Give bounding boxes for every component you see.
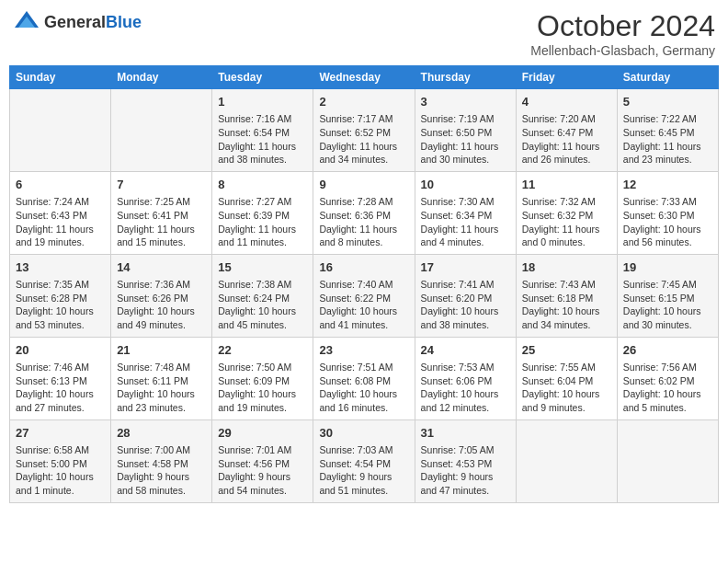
- calendar-cell: 4Sunrise: 7:20 AM Sunset: 6:47 PM Daylig…: [516, 89, 617, 172]
- day-number: 25: [522, 342, 611, 359]
- day-info: Sunrise: 7:01 AM Sunset: 4:56 PM Dayligh…: [218, 443, 307, 498]
- day-number: 27: [16, 425, 105, 442]
- logo-blue: Blue: [106, 14, 142, 32]
- calendar-cell: 16Sunrise: 7:40 AM Sunset: 6:22 PM Dayli…: [313, 254, 415, 337]
- day-info: Sunrise: 7:19 AM Sunset: 6:50 PM Dayligh…: [421, 112, 510, 167]
- calendar-cell: 27Sunrise: 6:58 AM Sunset: 5:00 PM Dayli…: [10, 419, 111, 502]
- logo-text: General Blue: [44, 14, 142, 32]
- calendar-cell: 31Sunrise: 7:05 AM Sunset: 4:53 PM Dayli…: [415, 419, 516, 502]
- day-info: Sunrise: 7:43 AM Sunset: 6:18 PM Dayligh…: [522, 278, 611, 332]
- day-number: 15: [218, 259, 307, 276]
- day-info: Sunrise: 7:46 AM Sunset: 6:13 PM Dayligh…: [16, 361, 105, 415]
- calendar-cell: 18Sunrise: 7:43 AM Sunset: 6:18 PM Dayli…: [516, 254, 617, 337]
- day-info: Sunrise: 7:48 AM Sunset: 6:11 PM Dayligh…: [117, 361, 206, 415]
- day-info: Sunrise: 7:20 AM Sunset: 6:47 PM Dayligh…: [522, 112, 611, 167]
- calendar-cell: 12Sunrise: 7:33 AM Sunset: 6:30 PM Dayli…: [617, 171, 718, 254]
- calendar-cell: 30Sunrise: 7:03 AM Sunset: 4:54 PM Dayli…: [313, 419, 415, 502]
- day-number: 12: [623, 177, 712, 193]
- dow-sunday: Sunday: [10, 66, 111, 89]
- day-number: 17: [421, 259, 510, 276]
- day-info: Sunrise: 7:45 AM Sunset: 6:15 PM Dayligh…: [623, 278, 712, 332]
- dow-friday: Friday: [516, 66, 617, 89]
- dow-tuesday: Tuesday: [212, 66, 313, 89]
- day-number: 9: [319, 177, 408, 193]
- location-subtitle: Mellenbach-Glasbach, Germany: [530, 43, 715, 58]
- day-info: Sunrise: 7:00 AM Sunset: 4:58 PM Dayligh…: [117, 443, 206, 498]
- day-info: Sunrise: 7:03 AM Sunset: 4:54 PM Dayligh…: [319, 443, 408, 498]
- day-of-week-header: SundayMondayTuesdayWednesdayThursdayFrid…: [10, 66, 719, 89]
- calendar-cell: 2Sunrise: 7:17 AM Sunset: 6:52 PM Daylig…: [313, 89, 415, 172]
- calendar-cell: [111, 89, 212, 172]
- day-number: 13: [16, 259, 105, 276]
- calendar-cell: 24Sunrise: 7:53 AM Sunset: 6:06 PM Dayli…: [415, 337, 516, 419]
- day-info: Sunrise: 7:38 AM Sunset: 6:24 PM Dayligh…: [218, 278, 307, 332]
- calendar-body: 1Sunrise: 7:16 AM Sunset: 6:54 PM Daylig…: [10, 89, 719, 503]
- calendar-cell: 8Sunrise: 7:27 AM Sunset: 6:39 PM Daylig…: [212, 171, 313, 254]
- calendar-cell: 7Sunrise: 7:25 AM Sunset: 6:41 PM Daylig…: [111, 171, 212, 254]
- day-number: 29: [218, 425, 307, 442]
- day-number: 2: [319, 94, 408, 110]
- day-info: Sunrise: 7:27 AM Sunset: 6:39 PM Dayligh…: [218, 195, 307, 249]
- logo-general: General: [44, 14, 106, 32]
- day-info: Sunrise: 7:32 AM Sunset: 6:32 PM Dayligh…: [522, 195, 611, 249]
- day-info: Sunrise: 6:58 AM Sunset: 5:00 PM Dayligh…: [16, 443, 105, 498]
- day-number: 21: [117, 342, 206, 359]
- day-info: Sunrise: 7:16 AM Sunset: 6:54 PM Dayligh…: [218, 112, 307, 167]
- day-info: Sunrise: 7:35 AM Sunset: 6:28 PM Dayligh…: [16, 278, 105, 332]
- calendar-cell: 21Sunrise: 7:48 AM Sunset: 6:11 PM Dayli…: [111, 337, 212, 419]
- day-number: 16: [319, 259, 408, 276]
- calendar-cell: [10, 89, 111, 172]
- day-number: 3: [421, 94, 510, 110]
- day-number: 14: [117, 259, 206, 276]
- calendar-cell: 9Sunrise: 7:28 AM Sunset: 6:36 PM Daylig…: [313, 171, 415, 254]
- day-info: Sunrise: 7:33 AM Sunset: 6:30 PM Dayligh…: [623, 195, 712, 249]
- dow-thursday: Thursday: [415, 66, 516, 89]
- day-number: 10: [421, 177, 510, 193]
- dow-wednesday: Wednesday: [313, 66, 415, 89]
- day-info: Sunrise: 7:41 AM Sunset: 6:20 PM Dayligh…: [421, 278, 510, 332]
- day-number: 28: [117, 425, 206, 442]
- calendar-cell: 26Sunrise: 7:56 AM Sunset: 6:02 PM Dayli…: [617, 337, 718, 419]
- logo: General Blue: [13, 9, 142, 37]
- day-info: Sunrise: 7:51 AM Sunset: 6:08 PM Dayligh…: [319, 361, 408, 415]
- day-number: 11: [522, 177, 611, 193]
- calendar-cell: 5Sunrise: 7:22 AM Sunset: 6:45 PM Daylig…: [617, 89, 718, 172]
- calendar-cell: 22Sunrise: 7:50 AM Sunset: 6:09 PM Dayli…: [212, 337, 313, 419]
- day-number: 22: [218, 342, 307, 359]
- day-number: 4: [522, 94, 611, 110]
- day-number: 18: [522, 259, 611, 276]
- month-title: October 2024: [530, 9, 715, 43]
- day-info: Sunrise: 7:28 AM Sunset: 6:36 PM Dayligh…: [319, 195, 408, 249]
- calendar-cell: [617, 419, 718, 502]
- calendar-cell: 13Sunrise: 7:35 AM Sunset: 6:28 PM Dayli…: [10, 254, 111, 337]
- week-row-5: 27Sunrise: 6:58 AM Sunset: 5:00 PM Dayli…: [10, 419, 719, 502]
- day-info: Sunrise: 7:30 AM Sunset: 6:34 PM Dayligh…: [421, 195, 510, 249]
- day-number: 23: [319, 342, 408, 359]
- day-info: Sunrise: 7:22 AM Sunset: 6:45 PM Dayligh…: [623, 112, 712, 167]
- calendar-cell: 29Sunrise: 7:01 AM Sunset: 4:56 PM Dayli…: [212, 419, 313, 502]
- calendar-cell: 1Sunrise: 7:16 AM Sunset: 6:54 PM Daylig…: [212, 89, 313, 172]
- week-row-2: 6Sunrise: 7:24 AM Sunset: 6:43 PM Daylig…: [10, 171, 719, 254]
- calendar-table: SundayMondayTuesdayWednesdayThursdayFrid…: [9, 65, 719, 503]
- title-block: October 2024 Mellenbach-Glasbach, German…: [530, 9, 715, 58]
- calendar-cell: 28Sunrise: 7:00 AM Sunset: 4:58 PM Dayli…: [111, 419, 212, 502]
- day-number: 24: [421, 342, 510, 359]
- week-row-3: 13Sunrise: 7:35 AM Sunset: 6:28 PM Dayli…: [10, 254, 719, 337]
- page-header: General Blue October 2024 Mellenbach-Gla…: [9, 9, 719, 58]
- day-info: Sunrise: 7:50 AM Sunset: 6:09 PM Dayligh…: [218, 361, 307, 415]
- day-info: Sunrise: 7:25 AM Sunset: 6:41 PM Dayligh…: [117, 195, 206, 249]
- calendar-cell: 19Sunrise: 7:45 AM Sunset: 6:15 PM Dayli…: [617, 254, 718, 337]
- day-number: 5: [623, 94, 712, 110]
- calendar-cell: 25Sunrise: 7:55 AM Sunset: 6:04 PM Dayli…: [516, 337, 617, 419]
- calendar-cell: 3Sunrise: 7:19 AM Sunset: 6:50 PM Daylig…: [415, 89, 516, 172]
- day-info: Sunrise: 7:53 AM Sunset: 6:06 PM Dayligh…: [421, 361, 510, 415]
- calendar-cell: 6Sunrise: 7:24 AM Sunset: 6:43 PM Daylig…: [10, 171, 111, 254]
- day-info: Sunrise: 7:36 AM Sunset: 6:26 PM Dayligh…: [117, 278, 206, 332]
- dow-saturday: Saturday: [617, 66, 718, 89]
- day-info: Sunrise: 7:40 AM Sunset: 6:22 PM Dayligh…: [319, 278, 408, 332]
- calendar-cell: 10Sunrise: 7:30 AM Sunset: 6:34 PM Dayli…: [415, 171, 516, 254]
- week-row-4: 20Sunrise: 7:46 AM Sunset: 6:13 PM Dayli…: [10, 337, 719, 419]
- day-number: 26: [623, 342, 712, 359]
- calendar-cell: 23Sunrise: 7:51 AM Sunset: 6:08 PM Dayli…: [313, 337, 415, 419]
- day-number: 8: [218, 177, 307, 193]
